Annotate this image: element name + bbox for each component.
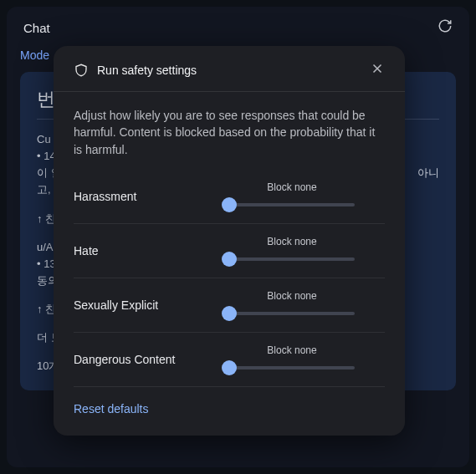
modal-body: Adjust how likely you are to see respons… [54, 92, 405, 436]
setting-dangerous-content: Dangerous Content Block none [74, 339, 385, 380]
hate-slider[interactable] [229, 252, 355, 266]
sexually-explicit-slider[interactable] [229, 307, 355, 320]
slider-value-label: Block none [267, 236, 316, 247]
harassment-slider[interactable] [229, 198, 355, 212]
modal-description: Adjust how likely you are to see respons… [74, 107, 385, 158]
setting-label: Harassment [74, 190, 199, 203]
setting-label: Dangerous Content [74, 353, 199, 366]
setting-divider [74, 332, 385, 333]
refresh-icon [438, 18, 453, 33]
safety-settings-modal: Run safety settings Adjust how likely yo… [54, 46, 405, 436]
slider-container: Block none [199, 181, 385, 212]
slider-track [229, 312, 355, 315]
reset-defaults-button[interactable]: Reset defaults [74, 394, 385, 427]
close-icon [370, 61, 385, 76]
slider-thumb[interactable] [222, 252, 237, 267]
slider-thumb[interactable] [222, 360, 237, 375]
refresh-button[interactable] [438, 18, 453, 37]
setting-sexually-explicit: Sexually Explicit Block none [74, 285, 385, 325]
setting-label: Sexually Explicit [74, 298, 199, 312]
setting-label: Hate [74, 244, 199, 257]
slider-container: Block none [199, 344, 385, 375]
modal-header: Run safety settings [54, 46, 405, 92]
dangerous-content-slider[interactable] [229, 361, 355, 375]
modal-title: Run safety settings [97, 64, 361, 77]
close-button[interactable] [370, 61, 385, 79]
panel-header: Chat [7, 7, 469, 47]
slider-thumb[interactable] [222, 197, 237, 212]
setting-divider [74, 278, 385, 278]
slider-value-label: Block none [267, 344, 316, 356]
slider-track [229, 366, 355, 370]
slider-value-label: Block none [267, 181, 316, 193]
card-text-right: 아니 [417, 165, 439, 181]
setting-harassment: Harassment Block none [74, 176, 385, 217]
slider-container: Block none [199, 236, 385, 266]
setting-divider [74, 386, 385, 387]
slider-thumb[interactable] [222, 306, 237, 321]
shield-icon [74, 63, 89, 78]
slider-track [229, 257, 355, 261]
slider-value-label: Block none [267, 290, 316, 302]
slider-container: Block none [199, 290, 385, 320]
setting-hate: Hate Block none [74, 231, 385, 271]
setting-divider [74, 223, 385, 224]
slider-track [229, 203, 355, 206]
panel-title: Chat [23, 21, 50, 35]
